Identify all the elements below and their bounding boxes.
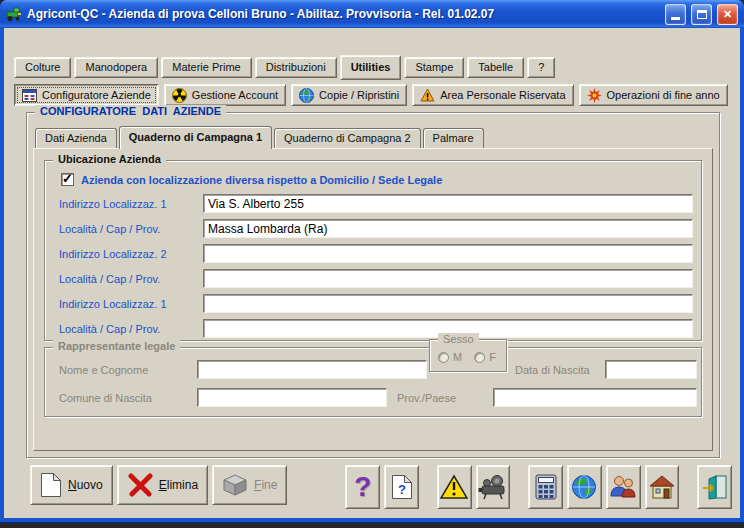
- tab-tabelle[interactable]: Tabelle: [467, 57, 524, 78]
- elimina-button[interactable]: Elimina: [117, 465, 208, 505]
- tab-utilities[interactable]: Utilities: [340, 55, 402, 80]
- subtab-quaderno-2[interactable]: Quaderno di Campagna 2: [274, 128, 421, 148]
- configuratore-aziende-label: Configuratore Aziende: [42, 89, 151, 101]
- minimize-button[interactable]: [665, 4, 686, 25]
- users-icon: [609, 474, 637, 500]
- indirizzo-3-input[interactable]: [203, 294, 693, 313]
- ubicazione-groupbox: Ubicazione Azienda Azienda con localizza…: [44, 160, 702, 341]
- comune-nascita-input: [197, 388, 387, 407]
- fine-button: Fine: [212, 465, 287, 505]
- red-burst-icon: [587, 88, 602, 103]
- main-tab-bar: Colture Manodopera Materie Prime Distrib…: [14, 55, 555, 78]
- internet-button[interactable]: [567, 465, 602, 509]
- tab-distribuzioni[interactable]: Distribuzioni: [255, 57, 337, 78]
- users-button[interactable]: [606, 465, 641, 509]
- nuovo-label: Nuovo: [68, 478, 103, 492]
- projector-icon: [478, 474, 508, 500]
- tab-help[interactable]: ?: [527, 57, 555, 78]
- maximize-button[interactable]: [691, 4, 712, 25]
- fine-anno-button[interactable]: Operazioni di fine anno: [579, 84, 728, 106]
- data-nascita-input: [605, 360, 697, 379]
- radio-m-label: M: [453, 351, 462, 363]
- sub-tab-bar: Dati Azienda Quaderno di Campagna 1 Quad…: [35, 126, 486, 148]
- indirizzo-3-label: Indirizzo Localizzaz. 1: [59, 298, 167, 310]
- tab-manodopera[interactable]: Manodopera: [74, 57, 158, 78]
- projector-button[interactable]: [476, 465, 511, 509]
- elimina-label: Elimina: [159, 478, 198, 492]
- cube-icon: [222, 473, 248, 497]
- close-icon: ✕: [723, 8, 732, 21]
- calculator-button[interactable]: [528, 465, 563, 509]
- indirizzo-2-input[interactable]: [203, 244, 693, 263]
- localita-1-label: Località / Cap / Prov.: [59, 223, 160, 235]
- warning-triangle-icon: [440, 474, 468, 500]
- document-question-icon: ?: [391, 474, 413, 500]
- localita-2-input[interactable]: [203, 269, 693, 288]
- gestione-account-label: Gestione Account: [192, 89, 278, 101]
- home-button[interactable]: [645, 465, 680, 509]
- minimize-icon: [671, 17, 680, 20]
- maximize-icon: [697, 10, 707, 19]
- quaderno-1-panel: Ubicazione Azienda Azienda con localizza…: [33, 148, 713, 451]
- indirizzo-1-input[interactable]: [203, 194, 693, 213]
- bottom-button-bar: Nuovo Elimina Fine: [30, 465, 732, 513]
- localization-checkbox[interactable]: [61, 173, 74, 186]
- calculator-icon: [535, 474, 557, 500]
- window-title: Agricont-QC - Azienda di prova Celloni B…: [27, 7, 660, 21]
- subtab-palmare[interactable]: Palmare: [423, 128, 484, 148]
- configuratore-groupbox: CONFIGURATORE DATI AZIENDE Dati Azienda …: [26, 112, 720, 458]
- fine-label: Fine: [254, 478, 277, 492]
- app-icon: [6, 6, 22, 22]
- help-document-button[interactable]: ?: [384, 465, 419, 509]
- rappresentante-groupbox: Rappresentante legale Nome e Cognome Ses…: [44, 347, 702, 417]
- tab-materie-prime[interactable]: Materie Prime: [161, 57, 251, 78]
- indirizzo-2-label: Indirizzo Localizzaz. 2: [59, 248, 167, 260]
- exit-button[interactable]: [697, 465, 732, 509]
- tab-stampe[interactable]: Stampe: [404, 57, 464, 78]
- subtab-dati-azienda[interactable]: Dati Azienda: [35, 128, 117, 148]
- window-body: Colture Manodopera Materie Prime Distrib…: [4, 28, 740, 518]
- comune-nascita-label: Comune di Nascita: [59, 392, 152, 404]
- house-icon: [648, 474, 676, 500]
- rappresentante-legend: Rappresentante legale: [53, 340, 180, 352]
- red-x-icon: [127, 473, 153, 497]
- app-window: Agricont-QC - Azienda di prova Celloni B…: [0, 0, 744, 522]
- subtab-quaderno-1[interactable]: Quaderno di Campagna 1: [119, 126, 272, 149]
- tab-colture[interactable]: Colture: [14, 57, 71, 78]
- radiation-icon: [172, 88, 187, 103]
- question-icon: ?: [354, 473, 371, 501]
- localita-2-label: Località / Cap / Prov.: [59, 273, 160, 285]
- fine-anno-label: Operazioni di fine anno: [607, 89, 720, 101]
- localita-1-input[interactable]: [203, 219, 693, 238]
- radio-f-label: F: [489, 351, 496, 363]
- exit-door-icon: [702, 474, 728, 500]
- sesso-option-f: F: [474, 351, 496, 363]
- localita-3-label: Località / Cap / Prov.: [59, 323, 160, 335]
- help-button[interactable]: ?: [345, 465, 380, 509]
- globe-icon: [299, 88, 314, 103]
- nome-cognome-input: [197, 360, 427, 379]
- area-personale-label: Area Personale Riservata: [440, 89, 565, 101]
- radio-m-icon: [438, 352, 449, 363]
- radio-f-icon: [474, 352, 485, 363]
- svg-text:?: ?: [398, 482, 406, 497]
- configuratore-aziende-button[interactable]: Configuratore Aziende: [14, 84, 159, 106]
- new-document-icon: [40, 472, 62, 498]
- prov-paese-label: Prov./Paese: [397, 392, 456, 404]
- globe-icon: [571, 474, 597, 500]
- sesso-options: M F: [438, 351, 496, 363]
- prov-paese-input: [493, 388, 697, 407]
- gestione-account-button[interactable]: Gestione Account: [164, 84, 286, 106]
- nome-cognome-label: Nome e Cognome: [59, 364, 148, 376]
- copie-ripristini-button[interactable]: Copie / Ripristini: [291, 84, 407, 106]
- localization-checkbox-row[interactable]: Azienda con localizzazione diversa rispe…: [61, 173, 442, 186]
- nuovo-button[interactable]: Nuovo: [30, 465, 113, 505]
- utilities-toolbar: Configuratore Aziende Gestione Account: [14, 84, 728, 106]
- ubicazione-legend: Ubicazione Azienda: [53, 153, 166, 165]
- indirizzo-1-label: Indirizzo Localizzaz. 1: [59, 198, 167, 210]
- sesso-groupbox: Sesso M F: [429, 339, 507, 372]
- area-personale-button[interactable]: Area Personale Riservata: [412, 84, 573, 106]
- close-button[interactable]: ✕: [717, 4, 738, 25]
- titlebar[interactable]: Agricont-QC - Azienda di prova Celloni B…: [0, 0, 744, 28]
- warning-button[interactable]: [437, 465, 472, 509]
